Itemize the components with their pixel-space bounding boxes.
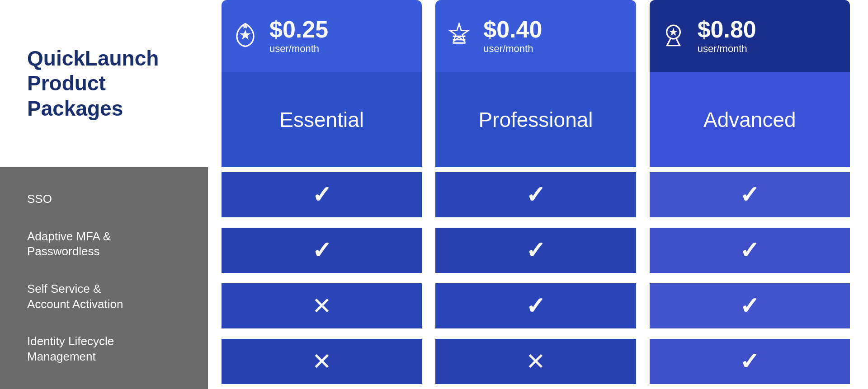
- advanced-cell-0: ✓: [650, 172, 850, 217]
- svg-marker-6: [669, 28, 678, 36]
- packages-area: $0.25 user/month Essential ✓ ✓ ✕ ✕: [208, 0, 868, 389]
- professional-icon: [444, 20, 476, 52]
- essential-icon: [231, 20, 262, 52]
- essential-cell-2: ✕: [222, 283, 422, 328]
- professional-cell-2: ✓: [435, 283, 636, 328]
- check-icon: ✓: [740, 350, 760, 373]
- svg-line-7: [667, 39, 670, 46]
- essential-features: ✓ ✓ ✕ ✕: [222, 167, 422, 389]
- essential-cell-0: ✓: [222, 172, 422, 217]
- feature-label-1: Adaptive MFA & Passwordless: [27, 220, 190, 269]
- advanced-cell-2: ✓: [650, 283, 850, 328]
- professional-name-row: Professional: [435, 72, 636, 167]
- professional-features: ✓ ✓ ✓ ✕: [435, 167, 636, 389]
- advanced-price: $0.80: [698, 18, 756, 41]
- check-icon: ✓: [526, 183, 546, 206]
- check-icon: ✓: [740, 183, 760, 206]
- svg-marker-0: [240, 29, 250, 39]
- check-icon: ✓: [740, 294, 760, 318]
- essential-cell-3: ✕: [222, 339, 422, 384]
- advanced-name: Advanced: [703, 108, 796, 132]
- check-icon: ✓: [526, 239, 546, 262]
- advanced-cell-1: ✓: [650, 228, 850, 273]
- label-column: QuickLaunch Product Packages SSO Adaptiv…: [0, 0, 208, 389]
- essential-price-block: $0.25 user/month: [269, 18, 328, 55]
- essential-cell-1: ✓: [222, 228, 422, 273]
- essential-price: $0.25: [269, 18, 328, 41]
- package-essential: $0.25 user/month Essential ✓ ✓ ✕ ✕: [222, 0, 422, 389]
- advanced-cell-3: ✓: [650, 339, 850, 384]
- title-area: QuickLaunch Product Packages: [0, 0, 208, 167]
- package-advanced: $0.80 user/month Advanced ✓ ✓ ✓ ✓: [650, 0, 850, 389]
- professional-price: $0.40: [483, 18, 542, 41]
- cross-icon: ✕: [526, 350, 546, 373]
- professional-name: Professional: [478, 108, 593, 132]
- page-wrapper: QuickLaunch Product Packages SSO Adaptiv…: [0, 0, 868, 389]
- advanced-name-row: Advanced: [650, 72, 850, 167]
- professional-cell-1: ✓: [435, 228, 636, 273]
- features-area: SSO Adaptive MFA & Passwordless Self Ser…: [0, 167, 208, 389]
- check-icon: ✓: [526, 294, 546, 318]
- advanced-features: ✓ ✓ ✓ ✓: [650, 167, 850, 389]
- title-line1: QuickLaunch: [27, 47, 159, 70]
- svg-marker-1: [450, 23, 468, 41]
- feature-label-2: Self Service & Account Activation: [27, 272, 190, 321]
- professional-cell-3: ✕: [435, 339, 636, 384]
- professional-period: user/month: [483, 43, 542, 55]
- advanced-header: $0.80 user/month: [650, 0, 850, 72]
- professional-header: $0.40 user/month: [435, 0, 636, 72]
- advanced-icon: [659, 20, 690, 52]
- essential-name-row: Essential: [222, 72, 422, 167]
- cross-icon: ✕: [312, 294, 332, 318]
- check-icon: ✓: [312, 239, 332, 262]
- page-title: QuickLaunch Product Packages: [27, 46, 190, 121]
- feature-label-3: Identity Lifecycle Management: [27, 325, 190, 374]
- check-icon: ✓: [312, 183, 332, 206]
- advanced-price-block: $0.80 user/month: [698, 18, 756, 55]
- check-icon: ✓: [740, 239, 760, 262]
- title-line2: Product Packages: [27, 71, 123, 120]
- cross-icon: ✕: [312, 350, 332, 373]
- essential-name: Essential: [279, 108, 364, 132]
- feature-label-0: SSO: [27, 183, 190, 216]
- advanced-period: user/month: [698, 43, 756, 55]
- package-professional: $0.40 user/month Professional ✓ ✓ ✓ ✕: [435, 0, 636, 389]
- essential-header: $0.25 user/month: [222, 0, 422, 72]
- professional-price-block: $0.40 user/month: [483, 18, 542, 55]
- essential-period: user/month: [269, 43, 328, 55]
- professional-cell-0: ✓: [435, 172, 636, 217]
- svg-line-8: [676, 39, 679, 46]
